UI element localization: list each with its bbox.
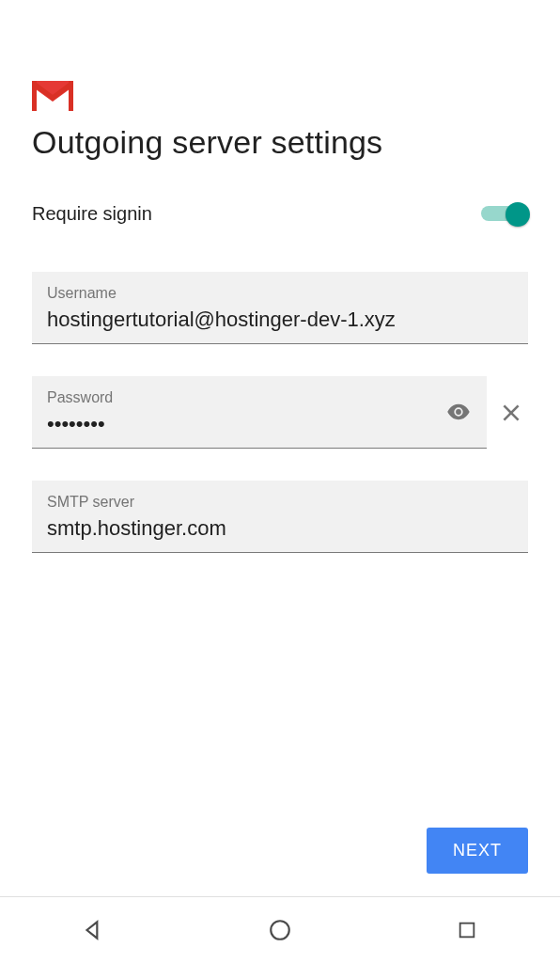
- gmail-logo: [32, 0, 528, 81]
- svg-marker-7: [87, 922, 98, 938]
- nav-recent-icon[interactable]: [453, 916, 481, 944]
- svg-rect-9: [459, 924, 474, 938]
- page-title: Outgoing server settings: [32, 124, 528, 161]
- nav-back-icon[interactable]: [79, 916, 107, 944]
- require-signin-label: Require signin: [32, 203, 152, 225]
- username-label: Username: [47, 285, 513, 302]
- smtp-label: SMTP server: [47, 494, 513, 511]
- next-button[interactable]: NEXT: [427, 828, 528, 874]
- smtp-input[interactable]: [47, 516, 513, 541]
- username-field[interactable]: Username: [32, 272, 528, 344]
- password-label: Password: [47, 389, 434, 406]
- password-input[interactable]: [47, 412, 434, 436]
- clear-password-icon[interactable]: [492, 394, 530, 432]
- smtp-field[interactable]: SMTP server: [32, 481, 528, 553]
- username-input[interactable]: [47, 308, 513, 332]
- nav-home-icon[interactable]: [266, 916, 294, 944]
- show-password-icon[interactable]: [442, 395, 475, 429]
- android-navbar: [0, 897, 560, 963]
- svg-point-8: [271, 921, 289, 939]
- require-signin-toggle[interactable]: [481, 202, 528, 225]
- password-field[interactable]: Password: [32, 376, 487, 449]
